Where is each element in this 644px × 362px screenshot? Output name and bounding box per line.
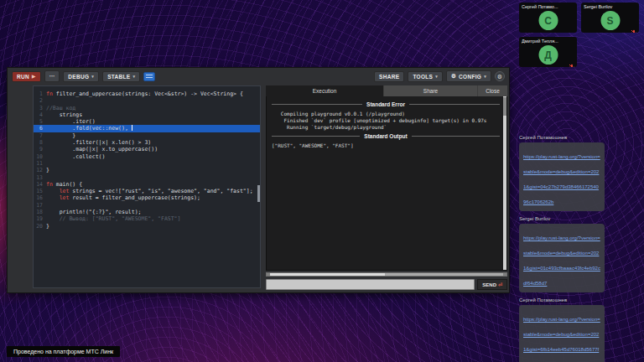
code-line-4[interactable]: 4 strings [34, 111, 260, 118]
chevron-down-icon: ▾ [484, 74, 486, 79]
chat-bubble: https://play.rust-lang.org/?version=stab… [519, 305, 605, 362]
code-line-1[interactable]: 1fn filter_and_uppercase(strings: Vec<&s… [34, 90, 260, 97]
stdin-input[interactable] [266, 279, 475, 290]
share-button[interactable]: SHARE [374, 71, 404, 82]
code-segment: fn [46, 90, 56, 97]
channel-menu-button[interactable]: STABLE ▾ [102, 71, 140, 82]
code-line-18[interactable]: 18 println!("{:?}", result); [34, 209, 260, 215]
code-line-6[interactable]: 6 .fold(vec::new(), [34, 125, 260, 132]
code-segment: .fold(vec::new(), [46, 125, 132, 132]
code-segment: filter_and_uppercase(strings: Vec<&str>)… [56, 90, 243, 97]
code-line-11[interactable]: 11 [34, 160, 260, 167]
tab-share[interactable]: Share [383, 85, 477, 96]
tab-close[interactable]: Close [477, 85, 507, 96]
code-segment: result = filter_and_uppercase(strings); [72, 194, 200, 201]
playground-share-link[interactable]: https://play.rust-lang.org/?version=stab… [523, 317, 600, 362]
code-segment: strings [46, 111, 82, 118]
line-number: 4 [34, 111, 46, 118]
execution-output: Standard Error Compiling playground v0.0… [266, 96, 507, 271]
stdout-lines: ["RUST", "AWESOME", "FAST"] [272, 142, 500, 149]
line-number: 13 [34, 174, 46, 181]
avatar: Д [538, 45, 558, 65]
code-segment: } [46, 132, 75, 139]
playground-toolbar: RUN ▶ ⋯ DEBUG ▾ STABLE ▾ SHARE TOOLS ▾ ⚙… [8, 68, 509, 85]
run-button-label: RUN [17, 74, 29, 80]
avatar: S [600, 11, 620, 30]
chat-sender-name: Сергей Потамошнев [519, 135, 605, 140]
chat-sender-name: Sergei Burilov [519, 216, 605, 221]
code-line-16[interactable]: 16 let result = filter_and_uppercase(str… [34, 194, 260, 201]
participant-tiles: Сергей Потамо...СSergei BurilovSДмитрий … [519, 3, 641, 67]
code-lines: 1fn filter_and_uppercase(strings: Vec<&s… [34, 90, 260, 230]
advanced-options-button[interactable] [143, 72, 155, 81]
code-line-3[interactable]: 3//Ваш код [34, 105, 260, 111]
participant-name: Sergei Burilov [584, 4, 636, 9]
code-line-7[interactable]: 7 } [34, 132, 260, 139]
code-segment: strings = vec!["rust", "is", "awesome", … [72, 188, 252, 194]
editor-scrollbar[interactable] [257, 185, 260, 202]
chat-message: Сергей Потамошневhttps://play.rust-lang.… [519, 297, 605, 362]
code-line-20[interactable]: 20} [34, 223, 260, 230]
code-segment: fn [46, 181, 56, 188]
mode-menu-button[interactable]: DEBUG ▾ [63, 71, 99, 82]
line-number: 6 [34, 125, 46, 132]
stdout-header: Standard Output [272, 133, 500, 139]
scrollbar-thumb[interactable] [270, 273, 385, 276]
stderr-line: Compiling playground v0.0.1 (/playground… [272, 111, 500, 117]
stderr-line: Running `target/debug/playground` [272, 124, 500, 131]
playground-logo-icon[interactable]: ⚙ [495, 71, 505, 81]
enter-icon: ⏎ [498, 282, 502, 287]
line-number: 20 [34, 223, 46, 230]
line-number: 8 [34, 139, 46, 146]
output-horizontal-scrollbar[interactable] [266, 272, 507, 277]
code-line-9[interactable]: 9 .map(|x| x.to_uppercase()) [34, 146, 260, 153]
code-segment: .map(|x| x.to_uppercase()) [46, 146, 158, 153]
scroll-right-arrow-icon[interactable] [503, 273, 506, 276]
participant-tile[interactable]: Сергей Потамо...С [519, 3, 577, 33]
code-line-8[interactable]: 8 .filter(|x| x.len() > 3) [34, 139, 260, 146]
chat-bubble: https://play.rust-lang.org/?version=stab… [519, 142, 605, 211]
line-number: 14 [34, 181, 46, 188]
playground-share-link[interactable]: https://play.rust-lang.org/?version=stab… [523, 154, 600, 204]
code-line-10[interactable]: 10 .collect() [34, 153, 260, 160]
mic-muted-icon [631, 24, 637, 31]
tools-menu-button[interactable]: TOOLS ▾ [408, 71, 443, 82]
stderr-line: Finished `dev` profile [unoptimized + de… [272, 117, 500, 124]
code-line-2[interactable]: 2 [34, 97, 260, 104]
playground-share-link[interactable]: https://play.rust-lang.org/?version=stab… [523, 235, 600, 286]
output-vertical-scrollbar[interactable] [503, 96, 506, 270]
code-segment: let [60, 188, 73, 194]
code-line-14[interactable]: 14fn main() { [34, 181, 260, 188]
tab-execution[interactable]: Execution [266, 85, 383, 96]
code-line-13[interactable]: 13 [34, 174, 260, 181]
platform-badge: Проведено на платформе МТС Линк [7, 346, 120, 357]
line-number: 3 [34, 105, 46, 111]
participant-name: Дмитрий Тепля... [522, 39, 574, 44]
code-segment [46, 194, 60, 201]
config-menu-button[interactable]: ⚙ CONFIG ▾ [446, 70, 491, 82]
build-options-button[interactable]: ⋯ [44, 70, 60, 82]
rust-playground-window: RUN ▶ ⋯ DEBUG ▾ STABLE ▾ SHARE TOOLS ▾ ⚙… [7, 67, 510, 293]
gear-icon: ⚙ [451, 73, 456, 80]
stdin-row: SEND ⏎ [266, 279, 507, 290]
chat-message: Сергей Потамошневhttps://play.rust-lang.… [519, 135, 605, 211]
code-segment: .filter(|x| x.len() > 3) [46, 139, 151, 146]
code-line-17[interactable]: 17 [34, 202, 260, 209]
tools-label: TOOLS [413, 74, 433, 80]
send-button[interactable]: SEND ⏎ [477, 279, 507, 290]
chevron-down-icon: ▾ [435, 74, 438, 79]
code-editor[interactable]: 1fn filter_and_uppercase(strings: Vec<&s… [33, 85, 261, 288]
avatar: С [538, 11, 558, 30]
code-line-5[interactable]: 5 .iter() [34, 118, 260, 125]
participant-tile[interactable]: Дмитрий Тепля...Д [519, 37, 577, 67]
code-line-15[interactable]: 15 let strings = vec!["rust", "is", "awe… [34, 188, 260, 194]
participant-tile[interactable]: Sergei BurilovS [581, 3, 639, 33]
line-number: 18 [34, 209, 46, 215]
code-line-19[interactable]: 19 // Вывод: ["RUST", "AWESOME", "FAST"] [34, 215, 260, 222]
playground-main: 1fn filter_and_uppercase(strings: Vec<&s… [33, 85, 507, 290]
scrollbar-thumb[interactable] [503, 97, 506, 116]
code-segment: let [60, 194, 73, 201]
code-segment: // Вывод: ["RUST", "AWESOME", "FAST"] [46, 215, 180, 222]
code-line-12[interactable]: 12} [34, 167, 260, 173]
run-button[interactable]: RUN ▶ [12, 71, 41, 82]
